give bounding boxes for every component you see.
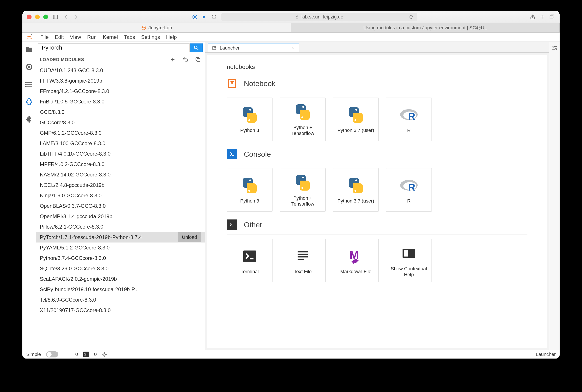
launcher-card[interactable]: Python 3.7 (user) [333,168,379,212]
launcher-card[interactable]: Python + Tensorflow [280,98,326,141]
module-row[interactable]: Tcl/8.6.9-GCCcore-8.3.0 [36,295,205,305]
close-window-button[interactable] [27,14,32,19]
module-search-input[interactable] [38,44,190,52]
module-row[interactable]: Python/3.7.4-GCCcore-8.3.0 [36,253,205,263]
new-tab-icon[interactable] [539,14,546,20]
launcher-card[interactable]: MMarkdown File [333,239,379,282]
dock-tab-launcher[interactable]: Launcher [208,43,299,52]
module-name: Pillow/6.2.1-GCCcore-8.3.0 [40,224,201,230]
toc-icon[interactable] [25,80,33,88]
nav-forward-icon[interactable] [72,14,79,20]
module-row[interactable]: Ninja/1.9.0-GCCcore-8.3.0 [36,190,205,201]
other-section-icon [227,220,237,230]
module-row[interactable]: GMP/6.1.2-GCCcore-8.3.0 [36,128,205,138]
launcher-card-label: R [405,127,412,134]
minimize-window-button[interactable] [35,14,40,19]
modules-list[interactable]: CUDA/10.1.243-GCC-8.3.0FFTW/3.3.8-gompic… [36,65,205,350]
launcher-card[interactable]: Show Contextual Help [386,239,432,282]
module-name: Ninja/1.9.0-GCCcore-8.3.0 [40,192,201,198]
address-bar[interactable]: lab.sc.uni-leipzig.de [221,12,417,21]
launcher-card[interactable]: Python 3 [227,168,272,212]
zoom-window-button[interactable] [43,14,48,19]
launcher-card[interactable]: Python + Tensorflow [280,168,326,212]
browser-tab-jupyterlab[interactable]: JupyterLab [23,23,291,32]
launcher-card[interactable]: Python 3.7 (user) [333,98,379,141]
module-row[interactable]: SQLite/3.29.0-GCCcore-8.3.0 [36,263,205,274]
module-row[interactable]: MPFR/4.0.2-GCCcore-8.3.0 [36,159,205,170]
menu-edit[interactable]: Edit [55,34,64,40]
reload-icon[interactable] [409,14,414,19]
jupyter-icon [141,25,146,30]
browser-tab-docs[interactable]: Using modules in a custom Jupyter enviro… [291,23,559,32]
module-row[interactable]: FFTW/3.3.8-gompic-2019b [36,76,205,86]
menu-tabs[interactable]: Tabs [124,34,135,40]
module-row[interactable]: LAME/3.100-GCCcore-8.3.0 [36,138,205,149]
menu-kernel[interactable]: Kernel [103,34,118,40]
lsp-status-icon[interactable] [102,352,107,357]
module-row[interactable]: PyTorch/1.7.1-fosscuda-2019b-Python-3.7.… [36,232,205,242]
module-row[interactable]: GCCcore/8.3.0 [36,117,205,128]
menu-file[interactable]: File [40,34,49,40]
module-name: X11/20190717-GCCcore-8.3.0 [40,307,201,313]
module-row[interactable]: PyYAML/5.1.2-GCCcore-8.3.0 [36,242,205,253]
module-row[interactable]: GCC/8.3.0 [36,107,205,117]
launcher-card-label: Show Contextual Help [386,266,432,278]
module-row[interactable]: NASM/2.14.02-GCCcore-8.3.0 [36,170,205,180]
module-name: LAME/3.100-GCCcore-8.3.0 [40,140,201,146]
simple-mode-toggle[interactable] [46,351,58,358]
extensions-icon[interactable] [25,115,33,123]
nav-back-icon[interactable] [63,14,70,20]
module-row[interactable]: LibTIFF/4.0.10-GCCcore-8.3.0 [36,149,205,159]
svg-point-17 [194,46,197,49]
status-terminal-count: 0 [94,352,97,357]
launcher-card-label: Python 3 [239,198,261,204]
launcher-card[interactable]: Terminal [227,239,272,282]
module-row[interactable]: SciPy-bundle/2019.10-fosscuda-2019b-P... [36,284,205,295]
svg-point-15 [26,84,26,85]
unload-button[interactable]: Unload [178,232,201,242]
undo-icon[interactable] [182,56,188,62]
module-name: GMP/6.1.2-GCCcore-8.3.0 [40,130,201,136]
extension2-icon[interactable] [201,14,208,20]
menu-run[interactable]: Run [87,34,97,40]
module-row[interactable]: OpenBLAS/0.3.7-GCC-8.3.0 [36,201,205,211]
tabs-overview-icon[interactable] [548,14,555,20]
search-icon [193,45,199,51]
menu-view[interactable]: View [70,34,81,40]
modules-icon[interactable] [25,98,33,106]
module-name: PyTorch/1.7.1-fosscuda-2019b-Python-3.7.… [40,234,178,240]
launcher-card[interactable]: Python 3 [227,98,272,141]
module-row[interactable]: Pillow/6.2.1-GCCcore-8.3.0 [36,222,205,232]
filebrowser-icon[interactable] [25,46,33,54]
launcher-section-notebook: Notebook Python 3Python + TensorflowPyth… [227,78,527,141]
module-row[interactable]: FriBidi/1.0.5-GCCcore-8.3.0 [36,96,205,107]
property-inspector-icon[interactable] [551,45,558,51]
launcher-card[interactable]: Text File [280,239,326,282]
module-search-button[interactable] [190,44,203,52]
share-icon[interactable] [529,14,536,20]
module-name: FFTW/3.3.8-gompic-2019b [40,78,201,84]
add-module-icon[interactable] [170,56,176,62]
section-title: Other [244,220,262,229]
menu-help[interactable]: Help [166,34,177,40]
module-row[interactable]: CUDA/10.1.243-GCC-8.3.0 [36,65,205,76]
launcher-card[interactable]: RR [386,168,432,212]
close-tab-icon[interactable] [291,45,295,51]
browser-tabs: JupyterLab Using modules in a custom Jup… [23,23,559,32]
copy-icon[interactable] [195,56,201,62]
launcher-card[interactable]: RR [386,98,432,141]
module-row[interactable]: OpenMPI/3.1.4-gcccuda-2019b [36,211,205,222]
module-row[interactable]: FFmpeg/4.2.1-GCCcore-8.3.0 [36,86,205,96]
sidebar-toggle-icon[interactable] [52,14,59,20]
running-kernels-icon[interactable] [25,63,33,71]
menu-settings[interactable]: Settings [141,34,160,40]
shield-icon[interactable] [210,14,217,20]
python-icon [346,176,366,195]
module-row[interactable]: X11/20190717-GCCcore-8.3.0 [36,305,205,316]
password-manager-icon[interactable] [191,14,198,20]
markdown-icon: M [346,246,366,266]
url-text: lab.sc.uni-leipzig.de [301,14,343,20]
browser-titlebar: lab.sc.uni-leipzig.de [23,11,559,23]
module-row[interactable]: NCCL/2.4.8-gcccuda-2019b [36,180,205,190]
module-row[interactable]: ScaLAPACK/2.0.2-gompic-2019b [36,274,205,284]
